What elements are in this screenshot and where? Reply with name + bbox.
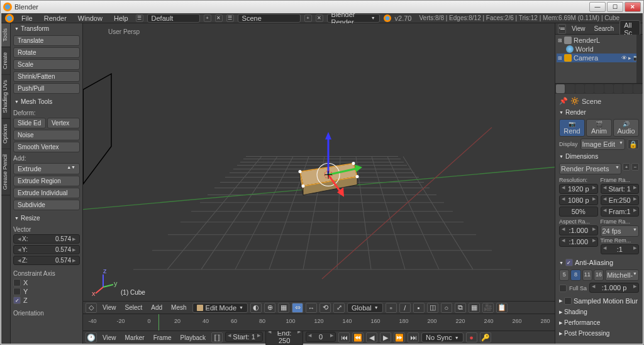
fps-selector[interactable]: 24 fps▼ <box>601 225 640 237</box>
menu-file[interactable]: File <box>18 14 36 22</box>
prop-edit-icon[interactable]: ○ <box>441 303 452 313</box>
timeline-cursor[interactable] <box>158 314 159 331</box>
scene-browse-icon[interactable]: ☰ <box>226 14 234 22</box>
outliner-editor-icon[interactable]: ≔ <box>558 24 566 34</box>
audio-button[interactable]: 🔊Audio <box>613 119 639 137</box>
layout-add-button[interactable]: + <box>204 14 211 22</box>
motion-blur-panel-header[interactable]: Sampled Motion Blur <box>557 295 641 307</box>
outliner-view-menu[interactable]: View <box>569 25 589 33</box>
copy-icon[interactable]: 📋 <box>496 303 508 313</box>
vertex-select-mode[interactable]: ▫ <box>386 303 397 313</box>
outliner-search-menu[interactable]: Search <box>591 25 618 33</box>
vector-z-field[interactable]: ◀Z:0.574▶ <box>13 256 80 265</box>
rotate-button[interactable]: Rotate <box>13 47 80 58</box>
timeline-ruler[interactable]: -40-200204060801001201401601802002202402… <box>83 314 555 331</box>
outliner-item-renderlayers[interactable]: ⊞RenderL <box>557 36 641 45</box>
tl-view-menu[interactable]: View <box>99 334 119 342</box>
tl-autokey-icon[interactable]: ● <box>466 332 477 342</box>
res-y-field[interactable]: ◀1080 p▶ <box>559 195 598 205</box>
ptab-world[interactable] <box>585 84 594 93</box>
preset-del-button[interactable]: − <box>631 163 639 171</box>
scene-del-button[interactable]: ✕ <box>316 14 323 22</box>
timeline-editor-icon[interactable]: 🕐 <box>86 332 97 342</box>
tl-keyset-icon[interactable]: 🔑 <box>480 332 491 342</box>
vector-y-field[interactable]: ◀Y:0.574▶ <box>13 245 80 254</box>
manipulator-translate[interactable]: ↔ <box>306 303 317 313</box>
post-processing-panel-header[interactable]: Post Processing <box>557 328 641 339</box>
fullsample-size-field[interactable]: ◀:1.000 p▶ <box>589 283 639 293</box>
tl-jump-start-icon[interactable]: ⏮ <box>338 332 350 342</box>
noise-button[interactable]: Noise <box>13 130 80 140</box>
view3d-add-menu[interactable]: Add <box>148 303 165 312</box>
scene-add-button[interactable]: + <box>304 14 312 22</box>
edge-select-mode[interactable]: / <box>399 303 411 313</box>
smooth-vertex-button[interactable]: Smooth Vertex <box>13 142 80 152</box>
shading-panel-header[interactable]: Shading <box>557 307 641 317</box>
tl-current-field[interactable]: ◀0▶ <box>306 332 336 342</box>
vector-x-field[interactable]: ◀X:0.574▶ <box>13 234 80 244</box>
aspect-y-field[interactable]: ◀:1.000▶ <box>559 237 598 247</box>
aa-5-button[interactable]: 5 <box>559 269 569 281</box>
tl-sync-selector[interactable]: No Sync▼ <box>421 332 464 342</box>
window-close-button[interactable]: ✕ <box>625 2 641 12</box>
aa-8-button[interactable]: 8 <box>570 269 580 281</box>
view3d-select-menu[interactable]: Select <box>122 303 146 312</box>
manipulator-toggle[interactable]: ⇔ <box>292 303 303 313</box>
pin-icon[interactable]: 📌 <box>559 97 568 105</box>
vtab-create[interactable]: Create <box>1 47 10 75</box>
snap-icon[interactable]: ⧉ <box>455 303 466 313</box>
window-max-button[interactable]: ☐ <box>607 2 623 12</box>
scene-selector[interactable]: Scene <box>238 14 301 23</box>
extrude-individual-button[interactable]: Extrude Individual <box>13 188 80 198</box>
vtab-options[interactable]: Options <box>1 119 10 149</box>
tl-range-icon[interactable]: ⟦⟧ <box>211 332 223 342</box>
tl-next-key-icon[interactable]: ⏩ <box>394 332 405 342</box>
frame-step-field[interactable]: ◀Fram:1▶ <box>601 206 640 217</box>
aa-checkbox[interactable]: ✓ <box>565 259 573 266</box>
menu-window[interactable]: Window <box>74 14 106 22</box>
preset-add-button[interactable]: + <box>623 163 630 171</box>
slide-vertex-button[interactable]: Vertex <box>47 118 80 128</box>
face-select-mode[interactable]: ▪ <box>413 303 425 313</box>
shading-mode-icon[interactable]: ◐ <box>250 303 262 313</box>
aspect-x-field[interactable]: ◀:1.000▶ <box>559 225 598 235</box>
layers-icon[interactable]: ▦ <box>278 303 289 313</box>
tl-play-icon[interactable]: ▶ <box>380 332 391 342</box>
tl-start-field[interactable]: ◀Start: 1▶ <box>225 332 263 342</box>
res-x-field[interactable]: ◀1920 p▶ <box>559 184 598 194</box>
ptab-data[interactable] <box>623 84 632 93</box>
ptab-render[interactable] <box>556 84 565 93</box>
transform-panel-header[interactable]: Transform <box>11 23 82 34</box>
frame-end-field[interactable]: ◀En:250▶ <box>601 195 640 205</box>
constraint-x-checkbox[interactable] <box>13 279 21 286</box>
layout-del-button[interactable]: ✕ <box>215 14 223 22</box>
window-min-button[interactable]: — <box>589 2 606 12</box>
mode-selector[interactable]: Edit Mode▼ <box>192 303 248 313</box>
ptab-constraints[interactable] <box>604 84 613 93</box>
ptab-object[interactable] <box>594 84 603 93</box>
ptab-layers[interactable] <box>565 84 574 93</box>
render-preview-icon[interactable]: 🎥 <box>482 303 494 313</box>
ptab-modifiers[interactable] <box>614 84 623 93</box>
pivot-icon[interactable]: ⊕ <box>264 303 275 313</box>
aa-11-button[interactable]: 11 <box>582 269 592 281</box>
aa-16-button[interactable]: 16 <box>594 269 604 281</box>
ptab-material[interactable] <box>633 84 642 93</box>
manipulator-rotate[interactable]: ⟲ <box>319 303 331 313</box>
outliner-item-camera[interactable]: ⊞Camera👁 ▸ 📷 <box>557 54 641 62</box>
meshtools-panel-header[interactable]: Mesh Tools <box>11 96 82 107</box>
fullsample-checkbox[interactable] <box>559 285 567 292</box>
vtab-tools[interactable]: Tools <box>1 23 10 47</box>
layout-selector[interactable]: Default <box>147 14 200 23</box>
view3d-mesh-menu[interactable]: Mesh <box>168 303 189 312</box>
snap-type-icon[interactable]: ▦ <box>469 303 480 313</box>
view3d-view-menu[interactable]: View <box>99 303 119 312</box>
blender-icon[interactable] <box>5 14 14 23</box>
constraint-y-checkbox[interactable] <box>13 288 21 295</box>
extrude-region-button[interactable]: Extrude Region <box>13 176 80 186</box>
render-panel-header[interactable]: Render <box>557 107 641 118</box>
render-button[interactable]: 📷Rend <box>559 119 585 137</box>
display-selector[interactable]: Image Edit▼ <box>580 139 625 150</box>
resize-panel-header[interactable]: Resize <box>11 213 82 223</box>
window-titlebar[interactable]: Blender — ☐ ✕ <box>1 1 643 13</box>
